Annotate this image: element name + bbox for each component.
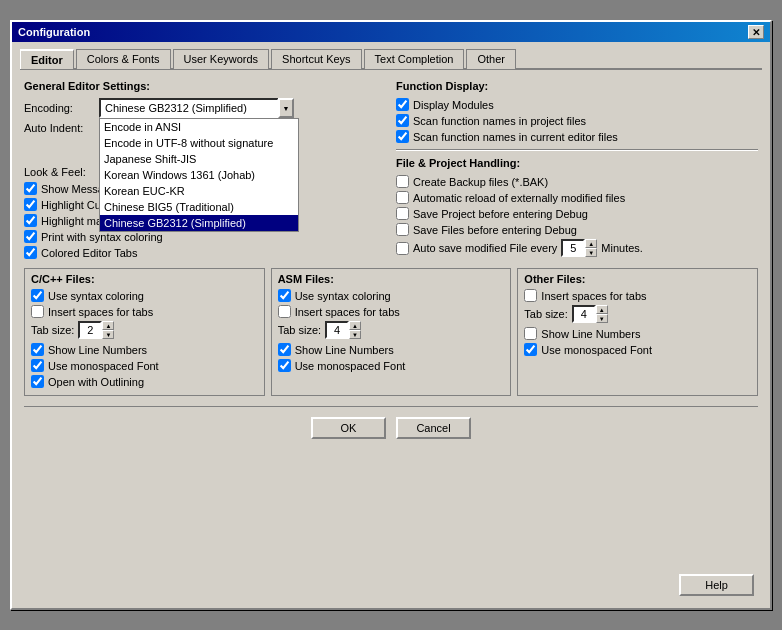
cpp-monospaced-label: Use monospaced Font	[48, 360, 159, 372]
other-line-numbers-label: Show Line Numbers	[541, 328, 640, 340]
dialog-body: Editor Colors & Fonts User Keywords Shor…	[12, 42, 770, 453]
minutes-label: Minutes.	[601, 242, 643, 254]
ok-button[interactable]: OK	[311, 417, 386, 439]
check-colored-tabs-label: Colored Editor Tabs	[41, 247, 137, 259]
other-spaces-input[interactable]	[524, 289, 537, 302]
asm-files-section: ASM Files: Use syntax coloring Insert sp…	[271, 268, 512, 396]
minutes-input[interactable]	[561, 239, 585, 257]
cpp-syntax-coloring: Use syntax coloring	[31, 289, 258, 302]
tab-colors[interactable]: Colors & Fonts	[76, 49, 171, 69]
look-feel-label: Look & Feel:	[24, 166, 99, 178]
check-save-project-input[interactable]	[396, 207, 409, 220]
cpp-spaces-label: Insert spaces for tabs	[48, 306, 153, 318]
encoding-option-1[interactable]: Encode in UTF-8 without signature	[100, 135, 298, 151]
asm-syntax-input[interactable]	[278, 289, 291, 302]
file-project-title: File & Project Handling:	[396, 157, 758, 169]
tab-other[interactable]: Other	[466, 49, 516, 69]
other-tab-down[interactable]: ▼	[596, 314, 608, 323]
cpp-tab-up[interactable]: ▲	[102, 321, 114, 330]
other-tab-input[interactable]	[572, 305, 596, 323]
other-line-numbers-input[interactable]	[524, 327, 537, 340]
tab-keywords[interactable]: User Keywords	[173, 49, 270, 69]
cpp-monospaced-input[interactable]	[31, 359, 44, 372]
encoding-value[interactable]: Chinese GB2312 (Simplified)	[99, 98, 279, 118]
other-monospaced-input[interactable]	[524, 343, 537, 356]
asm-tab-spinner: ▲ ▼	[325, 321, 361, 339]
minutes-up-button[interactable]: ▲	[585, 239, 597, 248]
lower-section: C/C++ Files: Use syntax coloring Insert …	[24, 268, 758, 396]
right-sections: Function Display: Display Modules Scan f…	[396, 80, 758, 262]
check-auto-reload-input[interactable]	[396, 191, 409, 204]
asm-tab-label: Tab size:	[278, 324, 321, 336]
minutes-down-button[interactable]: ▼	[585, 248, 597, 257]
dialog-title: Configuration	[18, 26, 90, 38]
cpp-tab-size-row: Tab size: ▲ ▼	[31, 321, 258, 339]
check-scan-editor-label: Scan function names in current editor fi…	[413, 131, 618, 143]
cpp-outlining: Open with Outlining	[31, 375, 258, 388]
tab-completion[interactable]: Text Completion	[364, 49, 465, 69]
auto-save-label: Auto save modified File every	[413, 242, 557, 254]
encoding-option-5[interactable]: Chinese BIG5 (Traditional)	[100, 199, 298, 215]
check-highlight-line-input[interactable]	[24, 198, 37, 211]
check-scan-editor-input[interactable]	[396, 130, 409, 143]
asm-tab-size-row: Tab size: ▲ ▼	[278, 321, 505, 339]
other-tab-up[interactable]: ▲	[596, 305, 608, 314]
asm-tab-input[interactable]	[325, 321, 349, 339]
cpp-syntax-input[interactable]	[31, 289, 44, 302]
other-spaces-label: Insert spaces for tabs	[541, 290, 646, 302]
check-save-files: Save Files before entering Debug	[396, 223, 758, 236]
check-auto-save-input[interactable]	[396, 242, 409, 255]
tab-shortcut[interactable]: Shortcut Keys	[271, 49, 361, 69]
encoding-option-2[interactable]: Japanese Shift-JIS	[100, 151, 298, 167]
check-scan-project-label: Scan function names in project files	[413, 115, 586, 127]
check-message-dialog-input[interactable]	[24, 182, 37, 195]
asm-syntax-coloring: Use syntax coloring	[278, 289, 505, 302]
check-display-modules: Display Modules	[396, 98, 758, 111]
encoding-option-0[interactable]: Encode in ANSI	[100, 119, 298, 135]
check-scan-project-input[interactable]	[396, 114, 409, 127]
check-backup-input[interactable]	[396, 175, 409, 188]
check-display-modules-input[interactable]	[396, 98, 409, 111]
asm-line-numbers-input[interactable]	[278, 343, 291, 356]
asm-monospaced-input[interactable]	[278, 359, 291, 372]
encoding-row: Encoding: Chinese GB2312 (Simplified) ▼ …	[24, 98, 386, 118]
check-save-files-input[interactable]	[396, 223, 409, 236]
check-print-syntax-input[interactable]	[24, 230, 37, 243]
cpp-line-numbers-input[interactable]	[31, 343, 44, 356]
cpp-outlining-label: Open with Outlining	[48, 376, 144, 388]
cpp-monospaced: Use monospaced Font	[31, 359, 258, 372]
function-display: Function Display: Display Modules Scan f…	[396, 80, 758, 143]
asm-tab-up[interactable]: ▲	[349, 321, 361, 330]
file-project-handling: File & Project Handling: Create Backup f…	[396, 157, 758, 257]
cpp-tab-input[interactable]	[78, 321, 102, 339]
asm-spaces-input[interactable]	[278, 305, 291, 318]
asm-files-title: ASM Files:	[278, 273, 505, 285]
encoding-dropdown[interactable]: Chinese GB2312 (Simplified) ▼ Encode in …	[99, 98, 294, 118]
check-highlight-braces-input[interactable]	[24, 214, 37, 227]
check-auto-reload: Automatic reload of externally modified …	[396, 191, 758, 204]
encoding-option-4[interactable]: Korean EUC-KR	[100, 183, 298, 199]
other-tab-label: Tab size:	[524, 308, 567, 320]
tab-editor[interactable]: Editor	[20, 49, 74, 69]
divider-1	[396, 149, 758, 151]
encoding-dropdown-button[interactable]: ▼	[278, 98, 294, 118]
cpp-spaces-input[interactable]	[31, 305, 44, 318]
cpp-outlining-input[interactable]	[31, 375, 44, 388]
help-button[interactable]: Help	[679, 574, 754, 596]
asm-tab-down[interactable]: ▼	[349, 330, 361, 339]
encoding-option-3[interactable]: Korean Windows 1361 (Johab)	[100, 167, 298, 183]
check-colored-tabs-input[interactable]	[24, 246, 37, 259]
cancel-button[interactable]: Cancel	[396, 417, 471, 439]
cpp-files-section: C/C++ Files: Use syntax coloring Insert …	[24, 268, 265, 396]
tab-bar: Editor Colors & Fonts User Keywords Shor…	[20, 48, 762, 70]
asm-monospaced: Use monospaced Font	[278, 359, 505, 372]
close-button[interactable]: ✕	[748, 25, 764, 39]
other-line-numbers: Show Line Numbers	[524, 327, 751, 340]
cpp-files-title: C/C++ Files:	[31, 273, 258, 285]
encoding-list: Encode in ANSI Encode in UTF-8 without s…	[99, 118, 299, 232]
minutes-spinner-buttons: ▲ ▼	[585, 239, 597, 257]
auto-save-row: Auto save modified File every ▲ ▼ Minute…	[396, 239, 758, 257]
other-tab-spinner: ▲ ▼	[572, 305, 608, 323]
encoding-option-6[interactable]: Chinese GB2312 (Simplified)	[100, 215, 298, 231]
cpp-tab-down[interactable]: ▼	[102, 330, 114, 339]
